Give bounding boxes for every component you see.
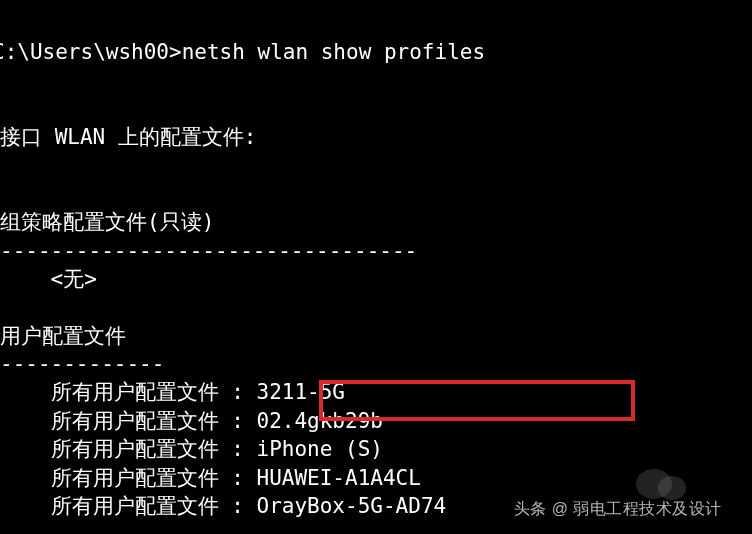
profile-label: 所有用户配置文件 — [51, 437, 219, 461]
profile-row: 所有用户配置文件 : OrayBox-5G-AD74 — [51, 494, 447, 518]
profile-value: 3211-5G — [257, 380, 346, 404]
profile-row: 所有用户配置文件 : 02.4gkb29b — [51, 409, 383, 433]
profile-value: 02.4gkb29b — [257, 409, 383, 433]
prompt-line[interactable]: C:\Users\wsh00>netsh wlan show profiles — [0, 40, 485, 64]
profile-label: 所有用户配置文件 — [51, 409, 219, 433]
user-profiles-header: 用户配置文件 — [0, 324, 126, 348]
interface-section-header: 接口 WLAN 上的配置文件: — [0, 125, 257, 149]
profile-label: 所有用户配置文件 — [51, 466, 219, 490]
profile-value: iPhone (S) — [257, 437, 383, 461]
prompt-path: C:\Users\wsh00> — [0, 40, 182, 64]
profile-value: OrayBox-5G-AD74 — [257, 494, 447, 518]
user-profiles-dashes: ------------- — [0, 352, 164, 376]
watermark-text: 头条 @ 弱电工程技术及设计 — [514, 498, 722, 520]
command-text: netsh wlan show profiles — [182, 40, 485, 64]
terminal-output: C:\Users\wsh00>netsh wlan show profiles … — [0, 0, 752, 520]
group-policy-header: 组策略配置文件(只读) — [0, 210, 214, 234]
svg-point-1 — [658, 476, 686, 500]
profile-row: 所有用户配置文件 : 3211-5G — [51, 380, 345, 404]
group-policy-value: <无> — [51, 267, 97, 291]
profile-row: 所有用户配置文件 : HUAWEI-A1A4CL — [51, 466, 421, 490]
profile-value: HUAWEI-A1A4CL — [257, 466, 421, 490]
profile-row: 所有用户配置文件 : iPhone (S) — [51, 437, 383, 461]
profile-label: 所有用户配置文件 — [51, 380, 219, 404]
group-policy-dashes: --------------------------------- — [0, 239, 417, 263]
profile-label: 所有用户配置文件 — [51, 494, 219, 518]
